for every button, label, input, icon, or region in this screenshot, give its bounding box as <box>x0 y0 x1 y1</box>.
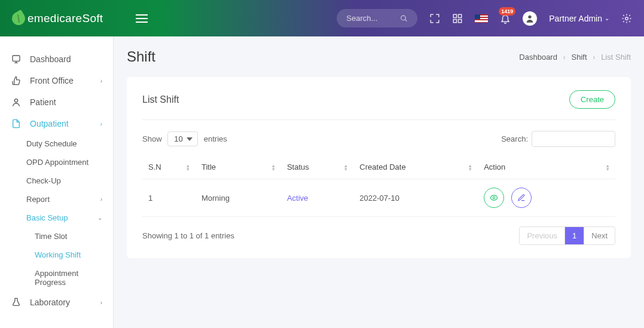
edit-button[interactable] <box>511 188 532 208</box>
sub-label: Check-Up <box>26 176 61 185</box>
col-status[interactable]: Status▴▾ <box>281 155 353 179</box>
search-icon <box>400 14 408 23</box>
user-avatar[interactable] <box>523 11 537 26</box>
menu-toggle[interactable] <box>136 14 148 23</box>
pagination: Previous 1 Next <box>519 226 615 245</box>
apps-icon[interactable] <box>452 13 463 24</box>
chevron-right-icon: › <box>100 121 102 127</box>
col-sn[interactable]: S.N▴▾ <box>142 155 196 179</box>
cell-created: 2022-07-10 <box>353 179 478 217</box>
table-header-row: S.N▴▾ Title▴▾ Status▴▾ Created Date▴▾ Ac… <box>142 155 615 179</box>
brand-logo[interactable]: emedicareSoft <box>12 12 103 25</box>
cell-title: Morning <box>196 179 281 217</box>
table-search-label: Search: <box>501 134 528 143</box>
col-created[interactable]: Created Date▴▾ <box>353 155 478 179</box>
nav-laboratory[interactable]: Laboratory › <box>0 292 113 313</box>
card-title: List Shift <box>142 94 179 105</box>
sort-icon: ▴▾ <box>272 164 275 171</box>
nav-outpatient[interactable]: Outpatient › <box>0 113 113 134</box>
sub-label: Report <box>26 195 50 204</box>
nav-label: Outpatient <box>30 119 69 128</box>
chevron-down-icon: ⌄ <box>605 15 609 22</box>
user-name-label: Partner Admin <box>549 14 602 23</box>
sub-checkup[interactable]: Check-Up <box>0 171 113 190</box>
chevron-down-icon: ⌄ <box>97 214 102 221</box>
sub-label: Duty Schedule <box>26 139 77 148</box>
cell-action <box>478 179 615 217</box>
create-button[interactable]: Create <box>569 90 615 109</box>
breadcrumb-current: List Shift <box>601 53 631 62</box>
user-menu[interactable]: Partner Admin ⌄ <box>549 14 609 23</box>
sub-duty-schedule[interactable]: Duty Schedule <box>0 134 113 153</box>
nav-label: Patient <box>30 97 56 107</box>
leaf-icon <box>10 9 28 27</box>
page-1[interactable]: 1 <box>565 227 584 244</box>
breadcrumb: Dashboard › Shift › List Shift <box>519 53 631 62</box>
nav-label: Dashboard <box>30 54 71 64</box>
entries-label: entries <box>204 134 227 143</box>
nav-label: Front Office <box>30 76 74 85</box>
table-search-input[interactable] <box>532 131 615 147</box>
notifications-icon[interactable]: 1419 <box>500 13 511 24</box>
breadcrumb-dashboard[interactable]: Dashboard <box>519 53 557 62</box>
language-flag[interactable] <box>475 14 488 23</box>
us-flag-icon <box>475 14 488 23</box>
topbar: emedicareSoft 1419 Partner Admi <box>0 0 644 36</box>
sub-label: Basic Setup <box>26 213 68 222</box>
svg-rect-3 <box>459 19 462 22</box>
svg-point-7 <box>14 99 17 102</box>
view-button[interactable] <box>484 188 504 208</box>
page-previous[interactable]: Previous <box>520 227 565 244</box>
table-row: 1 Morning Active 2022-07-10 <box>142 179 615 217</box>
chevron-right-icon: › <box>100 299 102 306</box>
nav-label: Laboratory <box>30 298 70 307</box>
edit-icon <box>517 194 526 202</box>
main-content: Shift Dashboard › Shift › List Shift Lis… <box>114 36 644 328</box>
sort-icon: ▴▾ <box>187 164 190 171</box>
global-search[interactable] <box>337 9 417 27</box>
nav-dashboard[interactable]: Dashboard <box>0 48 113 70</box>
nav-front-office[interactable]: Front Office › <box>0 70 113 91</box>
sub-opd-appointment[interactable]: OPD Appointment <box>0 153 113 171</box>
status-badge: Active <box>287 194 308 203</box>
svg-rect-1 <box>459 14 462 17</box>
col-action[interactable]: Action▴▾ <box>478 155 615 179</box>
search-input[interactable] <box>346 14 400 23</box>
page-title: Shift <box>127 48 155 65</box>
table-info: Showing 1 to 1 of 1 entries <box>142 231 234 240</box>
sort-icon: ▴▾ <box>606 164 609 171</box>
cell-sn: 1 <box>142 179 196 217</box>
sub-label: OPD Appointment <box>26 158 88 167</box>
chevron-right-icon: › <box>100 78 102 84</box>
chevron-right-icon: › <box>593 53 595 62</box>
eye-icon <box>490 194 498 202</box>
svg-point-5 <box>625 17 628 20</box>
chevron-right-icon: › <box>563 53 566 62</box>
settings-icon[interactable] <box>621 13 632 24</box>
svg-rect-2 <box>454 19 457 22</box>
notification-badge: 1419 <box>499 7 515 16</box>
svg-point-8 <box>493 197 495 199</box>
breadcrumb-shift[interactable]: Shift <box>572 53 587 62</box>
svg-rect-6 <box>13 56 20 61</box>
page-next[interactable]: Next <box>584 227 615 244</box>
svg-point-4 <box>529 15 532 18</box>
subsub-appointment-progress[interactable]: Appointment Progress <box>0 264 113 292</box>
show-label: Show <box>142 134 162 143</box>
sub-report[interactable]: Report› <box>0 190 113 209</box>
list-card: List Shift Create Show 10 entries Search… <box>127 77 631 258</box>
col-title[interactable]: Title▴▾ <box>196 155 281 179</box>
thumbs-up-icon <box>11 76 22 85</box>
sub-basic-setup[interactable]: Basic Setup⌄ <box>0 209 113 227</box>
cell-status: Active <box>281 179 353 217</box>
chevron-right-icon: › <box>100 196 102 203</box>
sidebar: Dashboard Front Office › Patient Outpati… <box>0 36 114 328</box>
fullscreen-icon[interactable] <box>429 13 440 24</box>
subsub-working-shift[interactable]: Working Shift <box>0 246 113 264</box>
shift-table: S.N▴▾ Title▴▾ Status▴▾ Created Date▴▾ Ac… <box>142 155 615 217</box>
sort-icon: ▴▾ <box>469 164 472 171</box>
subsub-timeslot[interactable]: Time Slot <box>0 227 113 246</box>
entries-select[interactable]: 10 <box>167 131 198 146</box>
sort-icon: ▴▾ <box>344 164 347 171</box>
nav-patient[interactable]: Patient <box>0 91 113 113</box>
